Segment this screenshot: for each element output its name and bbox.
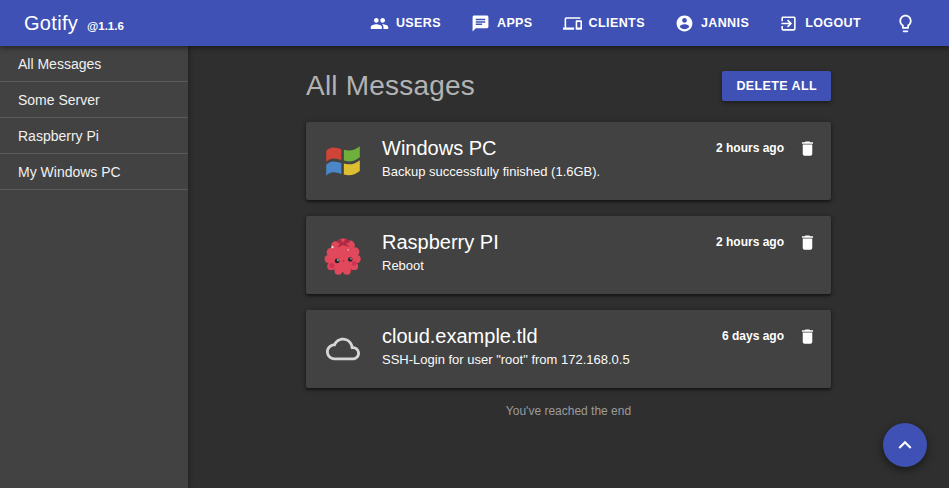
message-text: SSH-Login for user "root" from 172.168.0…	[382, 352, 722, 367]
sidebar-item-raspberry-pi[interactable]: Raspberry Pi	[0, 118, 188, 154]
page-title: All Messages	[306, 70, 475, 102]
trash-icon	[798, 139, 817, 158]
delete-message-button[interactable]	[798, 327, 817, 346]
theme-toggle-button[interactable]	[887, 5, 923, 41]
apps-button-label: APPS	[497, 16, 533, 30]
account-circle-icon	[675, 14, 694, 33]
logout-button-label: LOGOUT	[805, 16, 861, 30]
brand: Gotify @1.1.6	[24, 12, 124, 35]
cloud-icon	[322, 326, 364, 372]
users-button[interactable]: USERS	[360, 6, 451, 41]
apps-button[interactable]: APPS	[461, 6, 543, 41]
delete-message-button[interactable]	[798, 139, 817, 158]
app-version: @1.1.6	[87, 20, 124, 32]
message-title: Raspberry PI	[382, 231, 716, 254]
delete-all-button[interactable]: DELETE ALL	[722, 71, 831, 101]
sidebar-item-some-server[interactable]: Some Server	[0, 82, 188, 118]
lightbulb-icon	[895, 13, 916, 34]
sidebar-item-all-messages[interactable]: All Messages	[0, 46, 188, 82]
message-title: cloud.example.tld	[382, 325, 722, 348]
users-button-label: USERS	[396, 16, 441, 30]
message-card-windows-pc: Windows PC Backup successfully finished …	[306, 122, 831, 200]
chat-icon	[471, 14, 490, 33]
sidebar-item-label: All Messages	[18, 56, 101, 72]
clients-button-label: CLIENTS	[589, 16, 645, 30]
end-of-list-text: You've reached the end	[306, 404, 831, 418]
windows-logo	[322, 138, 364, 184]
sidebar-item-label: Some Server	[18, 92, 100, 108]
raspberry-logo	[322, 232, 364, 278]
app-title: Gotify	[24, 12, 78, 35]
top-navbar: Gotify @1.1.6 USERS APPS CLIENTS JANNIS	[0, 0, 949, 46]
sidebar-item-label: Raspberry Pi	[18, 128, 99, 144]
message-card-raspberry-pi: Raspberry PI Reboot 2 hours ago	[306, 216, 831, 294]
main-content: All Messages DELETE ALL Windows PC Backu…	[188, 46, 949, 488]
message-timestamp: 2 hours ago	[716, 139, 784, 155]
navbar-actions: USERS APPS CLIENTS JANNIS LOGOUT	[360, 5, 923, 41]
trash-icon	[798, 233, 817, 252]
user-menu-button[interactable]: JANNIS	[665, 6, 759, 41]
chevron-up-icon	[892, 432, 918, 458]
message-text: Backup successfully finished (1.6GB).	[382, 164, 716, 179]
devices-icon	[563, 14, 582, 33]
sidebar: All Messages Some Server Raspberry Pi My…	[0, 46, 188, 488]
message-timestamp: 6 days ago	[722, 327, 784, 343]
users-icon	[370, 14, 389, 33]
delete-message-button[interactable]	[798, 233, 817, 252]
trash-icon	[798, 327, 817, 346]
sidebar-item-my-windows-pc[interactable]: My Windows PC	[0, 154, 188, 190]
logout-button[interactable]: LOGOUT	[769, 6, 871, 41]
message-timestamp: 2 hours ago	[716, 233, 784, 249]
message-card-cloud: cloud.example.tld SSH-Login for user "ro…	[306, 310, 831, 388]
message-text: Reboot	[382, 258, 716, 273]
scroll-to-top-button[interactable]	[883, 423, 927, 467]
user-menu-label: JANNIS	[701, 16, 749, 30]
sidebar-item-label: My Windows PC	[18, 164, 121, 180]
clients-button[interactable]: CLIENTS	[553, 6, 655, 41]
logout-icon	[779, 14, 798, 33]
message-title: Windows PC	[382, 137, 716, 160]
